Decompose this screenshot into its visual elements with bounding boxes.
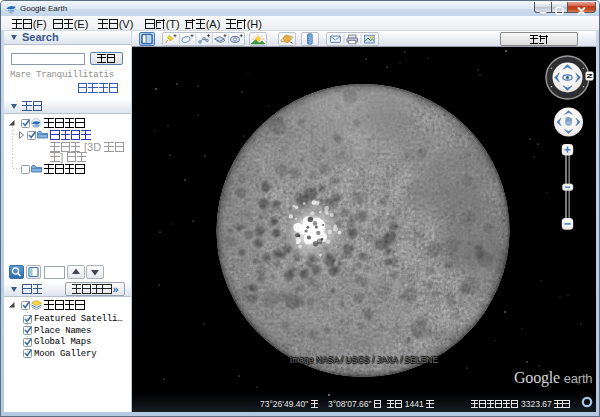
svg-text:N: N <box>586 73 593 78</box>
